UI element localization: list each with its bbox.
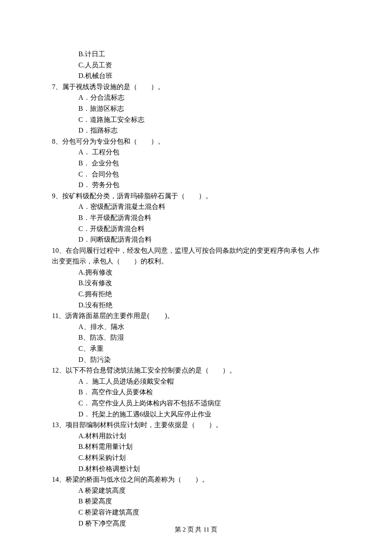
option-text: A． 工程分包: [52, 147, 340, 158]
page-footer: 第 2 页 共 11 页: [0, 524, 392, 535]
option-text: C． 高空作业人员上岗体检内容不包括不适病症: [52, 398, 340, 409]
option-text: B.材料需用量计划: [52, 441, 340, 452]
question-stem: 11、沥青路面基层的主要作用是( )。: [52, 310, 340, 321]
option-text: C 桥梁容许建筑高度: [52, 507, 340, 518]
option-text: B、防冻、防湿: [52, 332, 340, 343]
option-text: D． 托架上的施工遇6级以上大风应停止作业: [52, 409, 340, 420]
question-stem: 14、桥梁的桥面与低水位之间的高差称为（ ）。: [52, 474, 340, 485]
option-text: C． 合同分包: [52, 169, 340, 180]
question-stem: 7、属于视线诱导设施的是（ ）。: [52, 81, 340, 92]
option-text: D.机械台班: [52, 70, 340, 81]
option-text: A．密级配沥青混凝土混合料: [52, 201, 340, 212]
document-page: B.计日工 C.人员工资 D.机械台班 7、属于视线诱导设施的是（ ）。 A．分…: [0, 0, 392, 555]
option-text: B． 企业分包: [52, 158, 340, 169]
option-text: C.人员工资: [52, 60, 340, 71]
question-stem: 8、分包可分为专业分包和（ ）。: [52, 136, 340, 147]
option-text: B 桥梁高度: [52, 496, 340, 507]
option-text: D.材料价格调整计划: [52, 463, 340, 474]
option-text: A． 施工人员进场必须戴安全帽: [52, 376, 340, 387]
option-text: B.没有修改: [52, 278, 340, 289]
option-text: B． 高空作业人员要体检: [52, 387, 340, 398]
option-text: D． 劳务分包: [52, 179, 340, 191]
option-text: B.计日工: [52, 49, 340, 60]
question-stem: 12、以下不符合悬臂浇筑法施工安全控制要点的是（ ）。: [52, 365, 340, 376]
option-text: C、承重: [52, 343, 340, 354]
option-text: A 桥梁建筑高度: [52, 485, 340, 496]
question-stem-cont: 出变更指示，承包人（ ）的权利。: [52, 256, 340, 267]
option-text: D．间断级配沥青混合料: [52, 234, 340, 245]
option-text: A.拥有修改: [52, 267, 340, 278]
option-text: B．半开级配沥青混合料: [52, 212, 340, 223]
option-text: C.拥有拒绝: [52, 289, 340, 300]
question-stem: 13、项目部编制材料供应计划时，主要依据是（ ）。: [52, 419, 340, 431]
option-text: A．分合流标志: [52, 92, 340, 103]
option-text: A.材料用款计划: [52, 431, 340, 442]
question-stem: 9、按矿料级配分类，沥青玛碲脂碎石属于（ ）。: [52, 191, 340, 202]
option-text: D．指路标志: [52, 125, 340, 136]
option-text: A、排水、隔水: [52, 321, 340, 332]
option-text: D.没有拒绝: [52, 300, 340, 311]
option-text: C.材料采购计划: [52, 452, 340, 463]
option-text: C．道路施工安全标志: [52, 114, 340, 125]
option-text: B．旅游区标志: [52, 103, 340, 114]
option-text: D、防污染: [52, 354, 340, 365]
option-text: C．开级配沥青混合料: [52, 223, 340, 234]
question-stem: 10、在合同履行过程中，经发包人同意，监理人可按合同条款约定的变更程序向承包 人…: [52, 245, 340, 256]
